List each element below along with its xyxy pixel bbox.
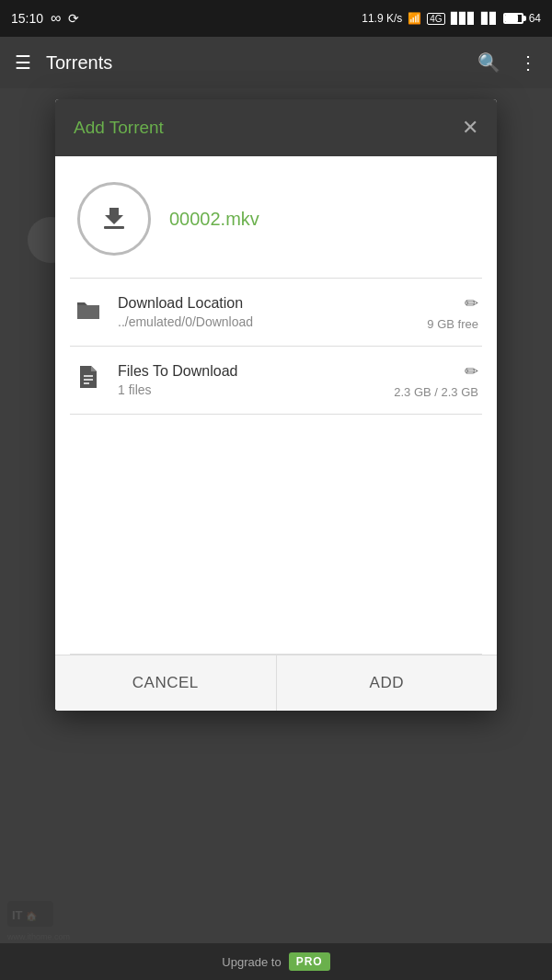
menu-icon[interactable]: ☰ — [15, 51, 31, 74]
pro-badge[interactable]: PRO — [289, 952, 330, 971]
files-to-download-right: ✏ 2.3 GB / 2.3 GB — [394, 361, 478, 399]
toolbar-title: Torrents — [46, 52, 477, 74]
svg-rect-0 — [104, 226, 124, 229]
status-left: 15:10 ∞ ⟳ — [11, 10, 79, 27]
dialog-spacer — [55, 415, 497, 654]
folder-svg — [75, 299, 101, 321]
file-svg — [76, 364, 100, 390]
dialog-body: 00002.mkv Download Location ../emulated/… — [55, 156, 497, 711]
download-location-row[interactable]: Download Location ../emulated/0/Download… — [55, 279, 497, 346]
close-icon[interactable]: ✕ — [462, 116, 478, 140]
dialog-footer: CANCEL ADD — [55, 655, 497, 711]
download-location-path: ../emulated/0/Download — [118, 314, 412, 329]
wifi-icon: 📶 — [408, 12, 421, 25]
more-options-icon[interactable]: ⋮ — [519, 51, 537, 74]
dialog-title: Add Torrent — [74, 118, 164, 138]
torrent-info: 00002.mkv — [55, 156, 497, 278]
torrent-filename: 00002.mkv — [169, 209, 259, 230]
edit-files-icon[interactable]: ✏ — [465, 361, 478, 382]
dialog-header: Add Torrent ✕ — [55, 99, 497, 156]
add-torrent-dialog: Add Torrent ✕ 00002.mkv — [55, 99, 497, 711]
time: 15:10 — [11, 11, 43, 26]
battery-icon — [503, 13, 523, 24]
files-to-download-row[interactable]: Files To Download 1 files ✏ 2.3 GB / 2.3… — [55, 347, 497, 414]
cancel-button[interactable]: CANCEL — [55, 655, 277, 711]
battery-level: 64 — [529, 12, 541, 25]
status-bar: 15:10 ∞ ⟳ 11.9 K/s 📶 4G ▊▊▊ ▊▊ 64 — [0, 0, 552, 37]
files-to-download-content: Files To Download 1 files — [118, 363, 379, 397]
files-size: 2.3 GB / 2.3 GB — [394, 385, 478, 399]
cellular-4g-icon: 4G — [427, 13, 444, 25]
app-toolbar: ☰ Torrents 🔍 ⋮ — [0, 37, 552, 88]
file-icon — [74, 364, 103, 396]
infinity-icon: ∞ — [51, 10, 61, 27]
download-icon — [98, 202, 131, 235]
files-to-download-count: 1 files — [118, 382, 379, 397]
download-location-label: Download Location — [118, 295, 412, 312]
download-circle — [77, 182, 151, 256]
download-location-content: Download Location ../emulated/0/Download — [118, 295, 412, 329]
signal2-icon: ▊▊ — [481, 12, 498, 25]
upgrade-text: Upgrade to — [222, 955, 281, 969]
free-space: 9 GB free — [427, 317, 478, 331]
status-right: 11.9 K/s 📶 4G ▊▊▊ ▊▊ 64 — [362, 12, 541, 25]
signal-icon: ▊▊▊ — [451, 12, 476, 25]
search-icon[interactable]: 🔍 — [477, 51, 500, 74]
folder-icon — [74, 298, 103, 327]
add-button[interactable]: ADD — [277, 655, 498, 711]
speed: 11.9 K/s — [362, 12, 402, 25]
toolbar-icons: 🔍 ⋮ — [477, 51, 537, 74]
files-to-download-label: Files To Download — [118, 363, 379, 380]
download-location-right: ✏ 9 GB free — [427, 293, 478, 331]
bottom-banner: Upgrade to PRO — [0, 943, 552, 980]
sync-icon: ⟳ — [68, 11, 79, 26]
edit-location-icon[interactable]: ✏ — [465, 293, 478, 313]
